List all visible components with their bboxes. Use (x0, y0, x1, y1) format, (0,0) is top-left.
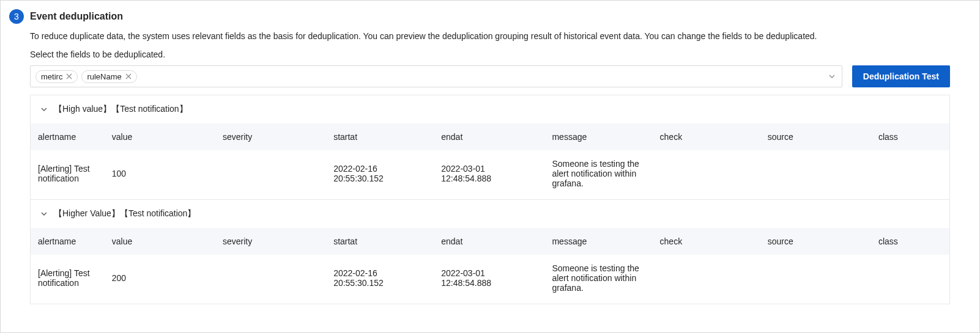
group-title: 【High value】【Test notification】 (54, 104, 188, 115)
cell-class (871, 150, 949, 197)
cell-check (653, 255, 760, 301)
step-header: 3 Event deduplication (1, 9, 979, 24)
deduplication-test-button[interactable]: Deduplication Test (852, 65, 950, 87)
col-check: check (653, 123, 760, 150)
cell-endat: 2022-03-01 12:48:54.888 (434, 150, 544, 197)
col-endat: endat (434, 228, 544, 255)
cell-message: Someone is testing the alert notificatio… (544, 150, 652, 197)
controls-row: metirc ruleName Deduplication Test (1, 65, 979, 87)
table-row: [Alerting] Test notification 200 2022-02… (31, 255, 949, 301)
col-alertname: alertname (31, 228, 105, 255)
col-message: message (544, 123, 652, 150)
cell-endat: 2022-03-01 12:48:54.888 (434, 255, 544, 301)
cell-severity (215, 255, 326, 301)
col-severity: severity (215, 123, 326, 150)
chevron-down-icon (40, 106, 48, 113)
table-header-row: alertname value severity startat endat m… (31, 228, 949, 255)
col-class: class (871, 123, 949, 150)
chevron-down-icon (40, 210, 48, 218)
group-table-scroll[interactable]: alertname value severity startat endat m… (31, 228, 949, 301)
group-title: 【Higher Value】【Test notification】 (54, 208, 196, 219)
group-table: alertname value severity startat endat m… (31, 228, 949, 301)
field-select-label: Select the fields to be deduplicated. (1, 41, 979, 65)
group-header[interactable]: 【Higher Value】【Test notification】 (31, 200, 949, 228)
tag-label: ruleName (87, 72, 121, 81)
col-startat: startat (326, 123, 434, 150)
group-table: alertname value severity startat endat m… (31, 123, 949, 197)
tag-label: metirc (41, 72, 62, 81)
col-source: source (760, 123, 871, 150)
results-container: 【High value】【Test notification】 alertnam… (30, 95, 950, 304)
cell-startat: 2022-02-16 20:55:30.152 (326, 255, 434, 301)
tag-rulename: ruleName (81, 70, 136, 83)
step-number-badge: 3 (9, 9, 24, 24)
cell-message: Someone is testing the alert notificatio… (544, 255, 652, 301)
col-alertname: alertname (31, 123, 105, 150)
group-table-scroll[interactable]: alertname value severity startat endat m… (31, 123, 949, 197)
dedup-fields-select[interactable]: metirc ruleName (30, 65, 842, 87)
col-message: message (544, 228, 652, 255)
cell-value: 200 (105, 255, 215, 301)
col-value: value (105, 123, 215, 150)
cell-class (871, 255, 949, 301)
step-title: Event deduplication (30, 11, 123, 22)
col-severity: severity (215, 228, 326, 255)
cell-value: 100 (105, 150, 215, 197)
col-check: check (653, 228, 760, 255)
cell-severity (215, 150, 326, 197)
dedup-group: 【High value】【Test notification】 alertnam… (31, 95, 949, 200)
close-icon[interactable] (125, 73, 132, 79)
cell-startat: 2022-02-16 20:55:30.152 (326, 150, 434, 197)
col-endat: endat (434, 123, 544, 150)
cell-source (760, 255, 871, 301)
chevron-down-icon[interactable] (828, 73, 836, 80)
tag-metirc: metirc (35, 70, 78, 83)
cell-source (760, 150, 871, 197)
step-description: To reduce duplicate data, the system use… (1, 24, 979, 41)
table-row: [Alerting] Test notification 100 2022-02… (31, 150, 949, 197)
event-dedup-panel: 3 Event deduplication To reduce duplicat… (0, 0, 980, 333)
table-header-row: alertname value severity startat endat m… (31, 123, 949, 150)
dedup-group: 【Higher Value】【Test notification】 alertn… (31, 200, 949, 301)
col-value: value (105, 228, 215, 255)
close-icon[interactable] (66, 73, 72, 79)
cell-check (653, 150, 760, 197)
col-startat: startat (326, 228, 434, 255)
selected-tags: metirc ruleName (35, 70, 137, 83)
col-class: class (871, 228, 949, 255)
cell-alertname: [Alerting] Test notification (31, 255, 105, 301)
group-header[interactable]: 【High value】【Test notification】 (31, 95, 949, 123)
col-source: source (760, 228, 871, 255)
cell-alertname: [Alerting] Test notification (31, 150, 105, 197)
